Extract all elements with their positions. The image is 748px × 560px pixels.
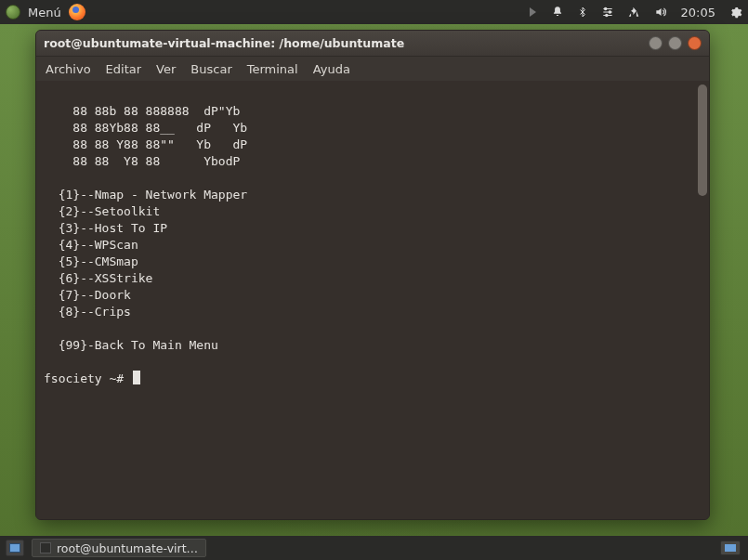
- workspace-switcher[interactable]: [720, 540, 741, 555]
- bell-icon[interactable]: [551, 6, 564, 19]
- taskbar-item-terminal[interactable]: root@ubuntumate-virt…: [32, 539, 206, 557]
- desktop[interactable]: root@ubuntumate-virtual-machine: /home/u…: [0, 24, 748, 536]
- menu-label[interactable]: Menú: [28, 6, 61, 20]
- menu-help[interactable]: Ayuda: [313, 62, 350, 76]
- svg-point-0: [604, 7, 606, 9]
- network-icon[interactable]: [627, 6, 640, 19]
- top-panel: Menú 20:05: [0, 0, 748, 24]
- firefox-icon[interactable]: [69, 4, 85, 20]
- terminal-scrollbar[interactable]: [698, 85, 707, 515]
- scrollbar-thumb[interactable]: [698, 85, 707, 196]
- bluetooth-icon[interactable]: [577, 6, 588, 19]
- svg-point-1: [609, 11, 610, 13]
- terminal-output: 88 88b 88 888888 dP"Yb 88 88Yb88 88__ dP…: [44, 86, 702, 387]
- menu-edit[interactable]: Editar: [106, 62, 142, 76]
- svg-point-2: [605, 14, 607, 16]
- maximize-button[interactable]: [668, 36, 682, 50]
- minimize-button[interactable]: [649, 36, 663, 50]
- terminal-window: root@ubuntumate-virtual-machine: /home/u…: [35, 30, 710, 520]
- close-button[interactable]: [688, 36, 702, 50]
- panel-separator-icon: [530, 7, 536, 17]
- menu-view[interactable]: Ver: [156, 62, 176, 76]
- terminal-body[interactable]: 88 88b 88 888888 dP"Yb 88 88Yb88 88__ dP…: [36, 81, 709, 519]
- taskbar-item-label: root@ubuntumate-virt…: [57, 541, 198, 555]
- volume-icon[interactable]: [653, 6, 668, 19]
- gear-icon[interactable]: [728, 6, 742, 20]
- show-desktop-button[interactable]: [6, 540, 24, 556]
- mate-logo-icon[interactable]: [6, 5, 20, 20]
- menu-terminal[interactable]: Terminal: [247, 62, 298, 76]
- window-title: root@ubuntumate-virtual-machine: /home/u…: [44, 36, 643, 50]
- terminal-cursor: [133, 371, 140, 384]
- bottom-panel: root@ubuntumate-virt…: [0, 536, 748, 560]
- menu-file[interactable]: Archivo: [46, 62, 91, 76]
- equalizer-icon[interactable]: [601, 6, 614, 19]
- titlebar[interactable]: root@ubuntumate-virtual-machine: /home/u…: [36, 31, 709, 57]
- clock-label[interactable]: 20:05: [681, 6, 715, 20]
- terminal-task-icon: [40, 542, 51, 553]
- menu-search[interactable]: Buscar: [190, 62, 231, 76]
- menubar: Archivo Editar Ver Buscar Terminal Ayuda: [36, 57, 709, 81]
